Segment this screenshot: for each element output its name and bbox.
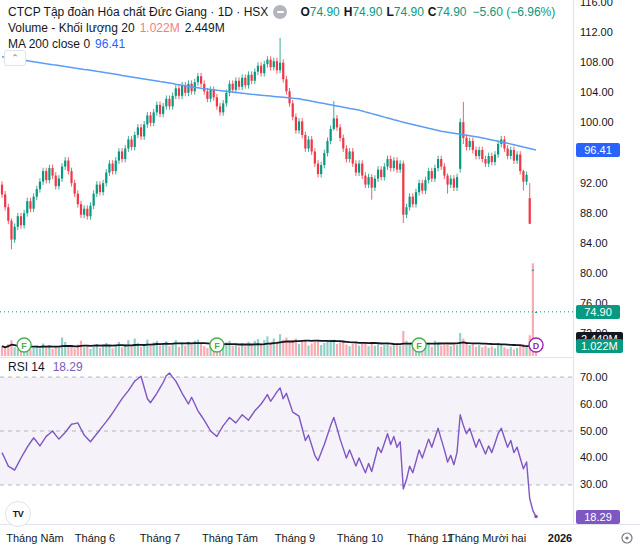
candle-body bbox=[4, 194, 6, 207]
collapse-legend-button[interactable]: ⌃ bbox=[4, 50, 26, 66]
volume-bar bbox=[380, 347, 382, 356]
axis-settings-icon[interactable] bbox=[620, 531, 634, 545]
volume-bar bbox=[149, 346, 151, 356]
candle-body bbox=[292, 103, 294, 117]
candle-body bbox=[118, 152, 120, 161]
hide-legend-button[interactable] bbox=[273, 5, 287, 19]
volume-bar bbox=[386, 343, 388, 356]
tradingview-logo[interactable]: TV bbox=[5, 501, 31, 527]
candle-body bbox=[263, 64, 265, 73]
price-tick-label: 84.00 bbox=[580, 237, 608, 249]
price-tick-label: 100.00 bbox=[580, 116, 614, 128]
low-value: 74.90 bbox=[394, 5, 424, 19]
volume-bar bbox=[134, 339, 136, 356]
volume-bar bbox=[93, 347, 95, 356]
price-tick-label: 92.00 bbox=[580, 177, 608, 189]
volume-bar bbox=[86, 346, 88, 356]
candle-body bbox=[282, 63, 284, 80]
volume-bar bbox=[29, 349, 31, 356]
candle-body bbox=[55, 176, 57, 187]
candle-body bbox=[39, 182, 41, 190]
candle-body bbox=[130, 139, 132, 147]
event-marker-F[interactable]: F bbox=[17, 338, 31, 352]
volume-bar bbox=[121, 347, 123, 356]
candle-body bbox=[386, 159, 388, 167]
candle-body bbox=[197, 76, 199, 82]
price-tick-label: 112.00 bbox=[580, 26, 613, 38]
event-marker-D[interactable]: D bbox=[529, 338, 543, 352]
candle-body bbox=[393, 161, 395, 169]
price-tick-label: 116.00 bbox=[580, 0, 613, 8]
candle-body bbox=[339, 127, 341, 138]
candle-body bbox=[377, 170, 379, 179]
time-tick-label: Tháng 10 bbox=[337, 532, 383, 544]
volume-bar bbox=[326, 341, 328, 356]
volume-bar bbox=[304, 340, 306, 356]
candle-body bbox=[311, 139, 313, 151]
symbol-title[interactable]: CTCP Tập đoàn Hóa chất Đức Giang · 1D · … bbox=[8, 5, 268, 19]
candle-body bbox=[405, 207, 407, 215]
volume-bar bbox=[355, 342, 357, 356]
candle-body bbox=[358, 164, 360, 173]
volume-bar bbox=[118, 342, 120, 356]
candle-body bbox=[519, 155, 521, 172]
volume-bar bbox=[14, 347, 16, 356]
time-tick-label: Tháng 9 bbox=[275, 532, 315, 544]
candle-body bbox=[165, 99, 167, 107]
volume-bar bbox=[330, 340, 332, 356]
volume-ma-value: 2.449M bbox=[185, 21, 225, 35]
candle-body bbox=[431, 171, 433, 179]
main-legend: CTCP Tập đoàn Hóa chất Đức Giang · 1D · … bbox=[8, 4, 555, 52]
volume-bar bbox=[270, 343, 272, 356]
volume-bar bbox=[51, 349, 53, 356]
volume-bar bbox=[228, 341, 230, 356]
volume-bar bbox=[74, 348, 76, 356]
volume-bar bbox=[273, 339, 275, 356]
volume-bar bbox=[235, 344, 237, 356]
time-axis[interactable]: Tháng NămTháng 6Tháng 7Tháng TámTháng 9T… bbox=[0, 524, 640, 552]
candle-body bbox=[175, 88, 177, 96]
event-marker-F[interactable]: F bbox=[210, 338, 224, 352]
candle-body bbox=[462, 122, 464, 138]
axis-badge-1.022M: 1.022M bbox=[576, 339, 623, 353]
candle-body bbox=[522, 171, 524, 182]
volume-bar bbox=[503, 347, 505, 356]
candle-body bbox=[516, 155, 518, 161]
volume-bar bbox=[172, 343, 174, 356]
volume-bar bbox=[184, 346, 186, 356]
volume-bar bbox=[320, 345, 322, 356]
event-marker-letter: D bbox=[533, 341, 540, 351]
candle-body bbox=[14, 227, 16, 240]
volume-bar bbox=[108, 346, 110, 356]
volume-bar bbox=[437, 343, 439, 356]
candle-body bbox=[235, 81, 237, 90]
volume-bar bbox=[333, 340, 335, 356]
trading-chart-app: FFFD CTCP Tập đoàn Hóa chất Đức Giang · … bbox=[0, 0, 640, 552]
candle-body bbox=[421, 183, 423, 191]
price-axis[interactable]: 116.00112.00108.00104.00100.0092.0088.00… bbox=[573, 0, 640, 524]
candle-body bbox=[437, 159, 439, 168]
open-label: O bbox=[300, 5, 309, 19]
candle-body bbox=[26, 201, 28, 213]
time-tick-label: Tháng 11 bbox=[407, 532, 453, 544]
rsi-tick-label: 50.00 bbox=[580, 425, 608, 437]
chart-canvas[interactable]: FFFD bbox=[0, 0, 640, 552]
rsi-tick-label: 70.00 bbox=[580, 371, 608, 383]
candle-body bbox=[241, 78, 243, 87]
rsi-indicator-label[interactable]: RSI 14 bbox=[8, 360, 45, 374]
volume-bar bbox=[396, 343, 398, 356]
volume-indicator-label[interactable]: Volume - Khối lượng 20 bbox=[8, 21, 135, 35]
candle-body bbox=[399, 164, 401, 170]
rsi-value: 18.29 bbox=[53, 360, 83, 374]
ma-indicator-label[interactable]: MA 200 close 0 bbox=[8, 37, 90, 51]
volume-bar bbox=[472, 344, 474, 356]
event-marker-F[interactable]: F bbox=[412, 338, 426, 352]
candle-body bbox=[42, 171, 44, 182]
volume-bar bbox=[64, 342, 66, 356]
volume-bar bbox=[159, 346, 161, 356]
volume-bar bbox=[374, 346, 376, 356]
volume-bar bbox=[481, 347, 483, 356]
axis-badge-74.90: 74.90 bbox=[576, 305, 620, 319]
volume-bar bbox=[342, 341, 344, 356]
volume-bar bbox=[10, 340, 12, 356]
